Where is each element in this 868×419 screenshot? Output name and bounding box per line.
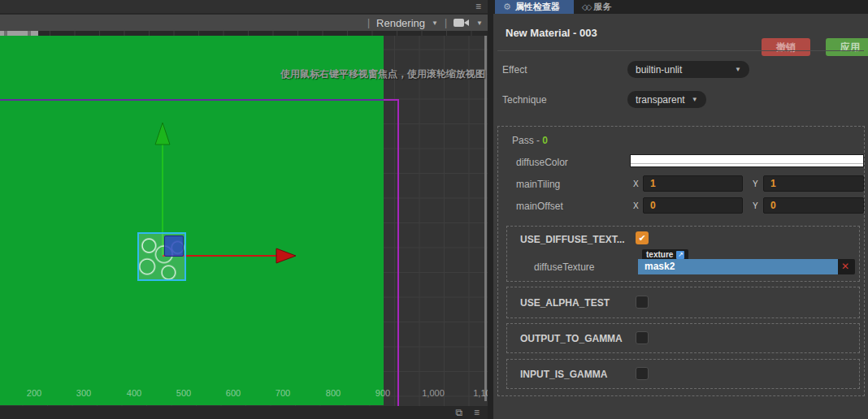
- x-axis-label: X: [633, 179, 639, 188]
- technique-dropdown[interactable]: transparent ▼: [627, 91, 706, 108]
- inspector-panel: ⚙ 属性检查器 ◇◇ 服务 New Material - 003 撤销 应用 E…: [493, 0, 868, 419]
- toolbar-separator: |: [445, 17, 447, 28]
- toolbar-separator: |: [367, 17, 370, 28]
- services-icon: ◇◇: [582, 2, 589, 11]
- output-to-gamma-group: OUTPUT_TO_GAMMA: [506, 323, 860, 353]
- material-header: New Material - 003 撤销 应用: [493, 14, 868, 50]
- main-offset-y-input[interactable]: [763, 197, 864, 214]
- tab-label: 服务: [593, 1, 611, 13]
- ruler-tick: 1,000: [422, 388, 445, 398]
- ruler-tick: 200: [27, 388, 41, 398]
- menu-icon[interactable]: ≡: [474, 407, 480, 418]
- main-tiling-x-input[interactable]: [643, 175, 743, 192]
- main-offset-x-input[interactable]: [643, 197, 743, 214]
- ruler-tick: 600: [226, 388, 241, 398]
- chevron-down-icon: ▼: [692, 96, 698, 103]
- ruler-tick: 800: [326, 388, 341, 398]
- ruler-tick: 300: [76, 388, 91, 398]
- y-axis-label: Y: [753, 201, 758, 210]
- pass-section: Pass - 0 diffuseColor mainTiling X Y mai…: [497, 126, 865, 396]
- scene-navigation-hint: 使用鼠标右键平移视窗焦点，使用滚轮缩放视图: [280, 67, 485, 81]
- camera-icon-lens: [464, 19, 469, 26]
- camera-icon-body: [454, 19, 464, 27]
- scene-menu-bar: ≡: [0, 0, 488, 14]
- clear-texture-icon[interactable]: ✕: [839, 260, 852, 273]
- rendering-dropdown[interactable]: Rendering: [376, 17, 425, 29]
- main-tiling-y-input[interactable]: [763, 175, 864, 192]
- use-alpha-test-label: USE_ALPHA_TEST: [520, 297, 610, 309]
- horizontal-scrollbar-thumb[interactable]: [0, 31, 38, 36]
- input-is-gamma-checkbox[interactable]: [636, 367, 649, 380]
- horizontal-scrollbar[interactable]: [0, 31, 488, 36]
- scene-viewport[interactable]: 使用鼠标右键平移视窗焦点，使用滚轮缩放视图 200 300 400 500 60…: [0, 31, 488, 406]
- scene-canvas-background: [0, 36, 384, 405]
- diffuse-color-label: diffuseColor: [516, 157, 568, 168]
- input-is-gamma-label: INPUT_IS_GAMMA: [520, 369, 607, 380]
- ruler-tick: 900: [375, 388, 390, 398]
- effect-label: Effect: [502, 64, 527, 76]
- camera-icon[interactable]: [454, 18, 470, 28]
- ruler-tick: 500: [176, 388, 191, 398]
- alpha-divider: [631, 163, 863, 164]
- panel-divider[interactable]: [488, 0, 493, 419]
- effect-value: builtin-unlit: [636, 64, 682, 76]
- apply-button[interactable]: 应用: [826, 38, 868, 56]
- scene-status-bar: ⧉ ≡: [0, 406, 488, 419]
- chevron-down-icon: ▼: [735, 66, 741, 73]
- effect-dropdown[interactable]: builtin-unlit ▼: [627, 61, 749, 78]
- use-diffuse-texture-label: USE_DIFFUSE_TEXT...: [520, 234, 625, 245]
- technique-label: Technique: [502, 94, 547, 106]
- material-title: New Material - 003: [506, 27, 597, 39]
- tab-services[interactable]: ◇◇ 服务: [574, 0, 619, 14]
- tab-label: 属性检查器: [515, 1, 560, 13]
- texture-chip-label: texture: [646, 250, 673, 259]
- chevron-down-icon[interactable]: ▼: [476, 19, 483, 27]
- ruler-tick: 400: [127, 388, 141, 398]
- stacked-windows-icon[interactable]: ⧉: [455, 407, 462, 418]
- output-to-gamma-checkbox[interactable]: [636, 331, 649, 344]
- external-link-icon[interactable]: ↗: [676, 251, 684, 259]
- camera-border-vertical: [397, 99, 399, 406]
- diffuse-color-swatch[interactable]: [630, 154, 864, 167]
- ruler-tick: 1,100: [473, 388, 488, 398]
- output-to-gamma-label: OUTPUT_TO_GAMMA: [520, 333, 623, 344]
- technique-value: transparent: [636, 94, 685, 106]
- panel-menu-icon[interactable]: ≡: [475, 0, 481, 14]
- use-alpha-test-checkbox[interactable]: [636, 296, 649, 309]
- pass-index: 0: [542, 135, 548, 146]
- selected-sprite-node[interactable]: [137, 232, 186, 281]
- input-is-gamma-group: INPUT_IS_GAMMA: [506, 359, 860, 389]
- gear-icon: ⚙: [503, 2, 511, 12]
- ruler-tick: 700: [276, 388, 290, 398]
- check-icon: ✔: [638, 233, 645, 244]
- scene-ruler: 200 300 400 500 600 700 800 900 1,000 1,…: [0, 388, 488, 401]
- scene-toolbar: | Rendering ▼ | ▼: [0, 15, 488, 31]
- diffuse-texture-field: mask2 ✕: [638, 259, 855, 274]
- sprite-texture-blue-patch: [164, 235, 184, 257]
- main-offset-label: mainOffset: [516, 201, 563, 212]
- use-diffuse-texture-checkbox[interactable]: ✔: [636, 231, 649, 244]
- chevron-down-icon[interactable]: ▼: [432, 19, 438, 27]
- camera-border-horizontal: [0, 99, 384, 101]
- tab-property-inspector[interactable]: ⚙ 属性检查器: [495, 0, 574, 14]
- use-diffuse-texture-group: USE_DIFFUSE_TEXT... ✔ diffuseTexture tex…: [506, 226, 860, 282]
- x-axis-label: X: [633, 201, 639, 210]
- y-axis-label: Y: [753, 179, 758, 188]
- pass-title: Pass - 0: [512, 135, 548, 146]
- pass-label: Pass -: [512, 135, 542, 146]
- diffuse-texture-value[interactable]: mask2: [638, 259, 838, 274]
- undo-button[interactable]: 撤销: [762, 38, 810, 56]
- header-separator: [497, 50, 864, 51]
- main-tiling-label: mainTiling: [516, 179, 560, 190]
- inspector-tab-bar: ⚙ 属性检查器 ◇◇ 服务: [493, 0, 868, 14]
- diffuse-texture-label: diffuseTexture: [534, 261, 595, 273]
- vertical-scrollbar-thumb[interactable]: [484, 36, 487, 401]
- use-alpha-test-group: USE_ALPHA_TEST: [506, 287, 860, 318]
- scene-panel: ≡ | Rendering ▼ | ▼ 使用鼠标右键平移视窗焦点，使用滚: [0, 0, 488, 419]
